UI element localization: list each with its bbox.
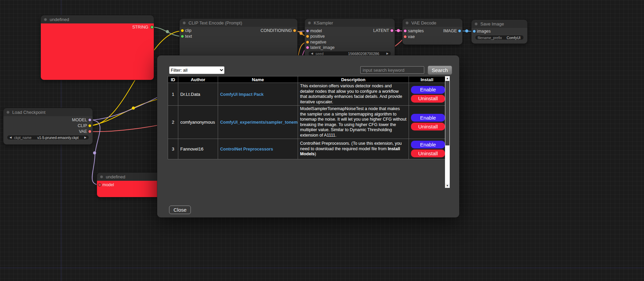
table-header-row: ID Author Name Description Install bbox=[168, 76, 445, 83]
row-author: Dr.Lt.Data bbox=[178, 83, 218, 106]
input-dot-images[interactable] bbox=[473, 30, 476, 33]
enable-button[interactable]: Enable bbox=[411, 141, 445, 148]
header-name: Name bbox=[218, 76, 298, 83]
widget-value-ckpt-name: v1-5-pruned-emaonly.ckpt bbox=[37, 136, 79, 140]
uninstall-button[interactable]: Uninstall bbox=[411, 95, 445, 103]
input-label-samples: samples bbox=[408, 28, 424, 34]
stepper-right-icon[interactable]: ▶ bbox=[84, 136, 86, 139]
output-label-conditioning: CONDITIONING bbox=[261, 28, 292, 33]
node-title: KSampler bbox=[314, 20, 333, 25]
uninstall-button[interactable]: Uninstall bbox=[411, 150, 445, 157]
input-label-images: images bbox=[477, 29, 491, 34]
input-dot-model[interactable] bbox=[306, 29, 309, 33]
node-title: undefined bbox=[50, 17, 69, 22]
widget-value-filename-prefix: ComfyUI bbox=[507, 36, 521, 40]
node-undefined-top[interactable]: undefined STRING bbox=[41, 15, 154, 80]
node-title-bar: KSampler bbox=[305, 19, 395, 27]
extensions-table: ID Author Name Description Install 1 Dr.… bbox=[168, 76, 445, 159]
node-title: VAE Decode bbox=[411, 20, 436, 25]
filter-select[interactable]: Filter: all bbox=[169, 66, 225, 74]
stepper-right-icon[interactable]: ▶ bbox=[386, 52, 389, 55]
output-dot-string[interactable] bbox=[150, 25, 154, 29]
row-install-cell: Enable Uninstall bbox=[409, 106, 445, 139]
output-dot-image[interactable] bbox=[458, 29, 461, 33]
row-id: 3 bbox=[168, 139, 178, 159]
output-dot-model[interactable] bbox=[88, 118, 92, 122]
input-label-latent-image: latent_image bbox=[310, 45, 335, 50]
input-dot-text[interactable] bbox=[181, 35, 184, 38]
table-scrollbar[interactable]: ▲ ▼ bbox=[445, 76, 450, 188]
input-dot-samples[interactable] bbox=[403, 29, 407, 33]
input-label-positive: positive bbox=[310, 34, 325, 39]
output-dot-latent[interactable] bbox=[390, 29, 394, 32]
collapse-dot-icon[interactable] bbox=[44, 18, 47, 21]
row-description: This extension offers various detector n… bbox=[298, 83, 409, 106]
input-dot-positive[interactable] bbox=[306, 35, 309, 38]
close-button[interactable]: Close bbox=[169, 206, 191, 214]
row-description: ControlNet Preprocessors. (To use this e… bbox=[298, 139, 409, 159]
search-input[interactable] bbox=[360, 66, 424, 74]
row-name-link[interactable]: ControlNet Preprocessors bbox=[220, 147, 273, 152]
collapse-dot-icon[interactable] bbox=[406, 21, 409, 24]
output-dot-vae[interactable] bbox=[88, 130, 92, 133]
header-description: Description bbox=[298, 76, 409, 83]
collapse-dot-icon[interactable] bbox=[100, 175, 103, 178]
stepper-left-icon[interactable]: ◀ bbox=[311, 52, 313, 55]
row-id: 1 bbox=[168, 83, 178, 106]
input-label-model: model bbox=[102, 182, 114, 188]
table-row: 1 Dr.Lt.Data ComfyUI Impact Pack This ex… bbox=[168, 83, 445, 106]
node-clip-text-encode[interactable]: CLIP Text Encode (Prompt) clip text COND… bbox=[180, 19, 297, 61]
stepper-left-icon[interactable]: ◀ bbox=[10, 136, 12, 139]
ckpt-name-widget[interactable]: ◀ ckpt_name v1-5-pruned-emaonly.ckpt ▶ bbox=[7, 135, 89, 140]
header-install: Install bbox=[409, 76, 445, 83]
input-label-clip: clip bbox=[185, 28, 192, 33]
input-label-model: model bbox=[310, 28, 322, 34]
custom-nodes-manager-dialog: Filter: all Search ID Author Name Descri… bbox=[157, 55, 459, 217]
enable-button[interactable]: Enable bbox=[411, 86, 445, 94]
output-label-string: STRING bbox=[132, 24, 148, 30]
scrollbar-thumb[interactable] bbox=[445, 81, 449, 145]
widget-label-filename-prefix: filename_prefix bbox=[478, 36, 502, 40]
node-title: CLIP Text Encode (Prompt) bbox=[188, 20, 242, 25]
canvas-axis-horizontal bbox=[0, 268, 644, 268]
widget-value-seed: 156680208700286 bbox=[348, 52, 379, 56]
collapse-dot-icon[interactable] bbox=[308, 21, 311, 24]
input-dot-latent-image[interactable] bbox=[306, 46, 309, 49]
input-dot-clip[interactable] bbox=[181, 29, 184, 32]
scroll-up-icon[interactable]: ▲ bbox=[445, 76, 450, 81]
row-name-link[interactable]: ComfyUI_experiments/sampler_tonemap bbox=[220, 120, 298, 125]
node-vae-decode[interactable]: VAE Decode samples vae IMAGE bbox=[402, 19, 462, 45]
node-save-image[interactable]: Save Image images filename_prefix ComfyU… bbox=[472, 20, 527, 43]
table-row: 3 Fannovel16 ControlNet Preprocessors Co… bbox=[168, 139, 445, 159]
row-name-link[interactable]: ComfyUI Impact Pack bbox=[220, 92, 264, 97]
collapse-dot-icon[interactable] bbox=[475, 22, 478, 25]
row-install-cell: Enable Uninstall bbox=[409, 83, 445, 106]
input-label-vae: vae bbox=[408, 34, 415, 39]
link-dot bbox=[465, 30, 468, 33]
row-description: ModelSamplerTonemapNoiseTest a node that… bbox=[298, 106, 409, 139]
node-title-bar: VAE Decode bbox=[402, 19, 462, 27]
input-dot-negative[interactable] bbox=[306, 40, 309, 44]
collapse-dot-icon[interactable] bbox=[183, 21, 186, 24]
collapse-dot-icon[interactable] bbox=[6, 111, 10, 114]
node-ksampler[interactable]: KSampler model positive negative latent_… bbox=[305, 19, 395, 59]
output-dot-conditioning[interactable] bbox=[293, 29, 296, 32]
input-dot-model[interactable] bbox=[98, 183, 101, 187]
enable-button[interactable]: Enable bbox=[411, 114, 445, 122]
uninstall-button[interactable]: Uninstall bbox=[411, 123, 445, 130]
search-button[interactable]: Search bbox=[428, 66, 452, 75]
widget-label-ckpt-name: ckpt_name bbox=[14, 136, 31, 140]
output-label-latent: LATENT bbox=[373, 28, 389, 33]
node-load-checkpoint[interactable]: Load Checkpoint MODEL CLIP VAE ◀ ckpt_na… bbox=[3, 108, 93, 144]
wire-string-to-text bbox=[152, 27, 182, 36]
scroll-down-icon[interactable]: ▼ bbox=[445, 183, 450, 188]
node-title-bar: Load Checkpoint bbox=[3, 108, 93, 116]
output-dot-clip[interactable] bbox=[88, 124, 92, 127]
node-graph-canvas[interactable]: undefined STRING CLIP Text Encode (Promp… bbox=[0, 0, 644, 281]
filename-prefix-widget[interactable]: filename_prefix ComfyUI bbox=[475, 35, 524, 40]
row-install-cell: Enable Uninstall bbox=[409, 139, 445, 159]
input-dot-vae[interactable] bbox=[403, 35, 407, 38]
row-author: comfyanonymous bbox=[178, 106, 218, 139]
node-title: Save Image bbox=[480, 21, 504, 27]
link-dot bbox=[397, 29, 400, 32]
